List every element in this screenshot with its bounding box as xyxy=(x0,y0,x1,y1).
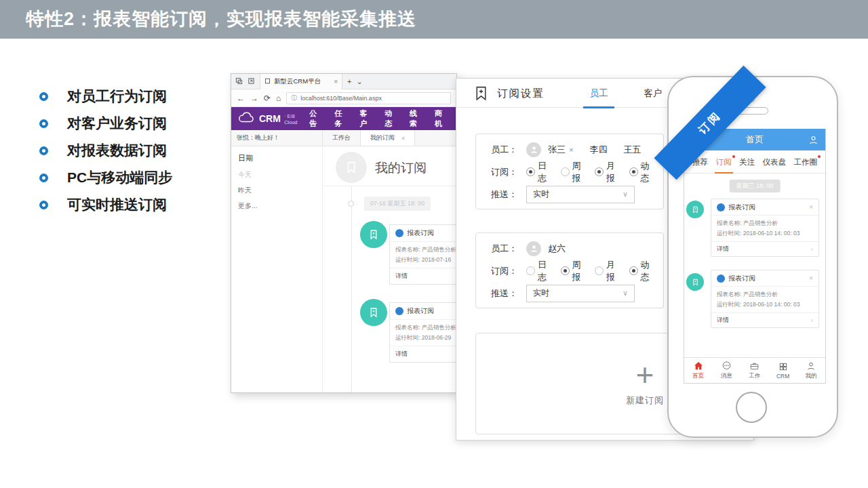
close-icon[interactable]: × xyxy=(809,274,813,282)
radio-icon[interactable] xyxy=(561,266,570,275)
nav-home[interactable]: 首页 xyxy=(684,358,713,383)
report-icon xyxy=(395,307,403,315)
push-label: 推送： xyxy=(491,287,526,300)
grid-icon xyxy=(778,362,788,371)
nav-me[interactable]: 我的 xyxy=(797,358,825,383)
contacts-icon[interactable] xyxy=(808,135,818,145)
greeting-text: 张悦：晚上好！ xyxy=(231,130,323,146)
radio-option-daily[interactable]: 日志 xyxy=(526,259,551,283)
tab-menu-icon[interactable]: ⌄ xyxy=(356,77,362,86)
bullet-icon xyxy=(39,92,48,101)
divider xyxy=(323,186,456,186)
tab-employee[interactable]: 员工 xyxy=(580,79,618,108)
detail-link[interactable]: 详情 › xyxy=(711,313,818,327)
chevron-right-icon: › xyxy=(811,317,813,324)
chat-icon xyxy=(722,361,732,371)
browser-tab-strip: 新型云CRM平台 × + ⌄ xyxy=(231,74,456,89)
detail-link[interactable]: 详情 › xyxy=(711,242,818,256)
nav-item-tasks[interactable]: 任务 xyxy=(334,108,349,129)
radio-option-monthly[interactable]: 月报 xyxy=(595,160,619,184)
radio-icon[interactable] xyxy=(526,167,535,176)
cloud-logo-icon xyxy=(238,112,254,125)
home-icon xyxy=(693,361,704,371)
report-name: 报表名称: 产品销售分析 xyxy=(395,323,457,333)
tab-customer[interactable]: 客户 xyxy=(634,79,672,108)
nav-work[interactable]: 工作 xyxy=(741,358,769,383)
nav-item-customers[interactable]: 客户 xyxy=(359,108,374,129)
tab-following[interactable]: 关注 xyxy=(739,150,755,174)
radio-icon[interactable] xyxy=(595,266,604,275)
subscription-badge-icon xyxy=(360,221,387,248)
ribbon-label: 订阅 xyxy=(696,108,725,137)
radio-option-monthly[interactable]: 月报 xyxy=(595,259,619,283)
close-tab-icon[interactable]: × xyxy=(334,78,338,85)
nav-messages[interactable]: 消息 xyxy=(713,358,741,383)
subscription-card: 报表订阅 × 报表名称: 产品销售分析 运行时间: 2018-06-10 14:… xyxy=(711,199,819,257)
sidebar-item-today[interactable]: 今天 xyxy=(238,170,322,180)
employee-row: 员工： 张三 × 李四 王五 xyxy=(476,138,663,161)
bullet-icon xyxy=(39,201,48,209)
radio-icon[interactable] xyxy=(629,266,638,275)
bullet-item: 可实时推送订阅 xyxy=(39,191,172,218)
tab-workbench[interactable]: 工作台 xyxy=(323,130,360,146)
home-icon[interactable]: ⌂ xyxy=(276,94,281,103)
remove-employee-icon[interactable]: × xyxy=(569,146,573,154)
tab-my-subscriptions[interactable]: 我的订阅 × xyxy=(360,130,415,146)
nav-item-feed[interactable]: 动态 xyxy=(384,108,399,129)
radio-option-weekly[interactable]: 周报 xyxy=(561,259,585,283)
card-title: 报表订阅 xyxy=(407,228,434,238)
nav-item-leads[interactable]: 线索 xyxy=(410,108,425,129)
subscription-page-icon xyxy=(336,152,367,183)
sidebar-item-yesterday[interactable]: 昨天 xyxy=(238,186,322,195)
browser-tab[interactable]: 新型云CRM平台 × xyxy=(260,74,342,89)
nav-crm[interactable]: CRM xyxy=(769,358,797,383)
card-title: 报表订阅 xyxy=(728,274,755,283)
radio-option-dynamic[interactable]: 动态 xyxy=(629,160,654,184)
card-header: 报表订阅 × xyxy=(711,199,818,216)
phone-home-button[interactable] xyxy=(736,392,767,423)
radio-icon[interactable] xyxy=(526,266,535,275)
employee-chip: 王五 xyxy=(623,144,641,156)
briefcase-icon xyxy=(749,361,760,371)
info-icon: ⓘ xyxy=(291,94,297,102)
nav-item-announcement[interactable]: 公告 xyxy=(309,108,324,129)
radio-option-weekly[interactable]: 周报 xyxy=(561,160,585,184)
push-row: 推送： 实时 ∨ xyxy=(476,282,663,304)
chevron-down-icon: ∨ xyxy=(623,289,628,298)
tab-workcircle[interactable]: 工作圈 xyxy=(794,150,818,174)
detail-link[interactable]: 详情 xyxy=(390,346,457,362)
crm-main-area: 我的订阅 07-16 星期五 18: 00 报表订阅 报表名称: 产品销售分析 … xyxy=(323,147,456,392)
crm-top-nav: CRM · E/8 Cloud 公告 任务 客户 动态 线索 商机 xyxy=(231,107,456,130)
slide: 特性2：报表智能订阅，实现报表智能采集推送 对员工行为订阅 对客户业务订阅 对报… xyxy=(0,0,868,488)
bookmark-plus-icon xyxy=(473,85,490,104)
bullet-icon xyxy=(39,146,48,155)
forward-icon[interactable]: → xyxy=(250,94,258,103)
radio-icon[interactable] xyxy=(561,167,570,176)
radio-option-daily[interactable]: 日志 xyxy=(526,160,551,184)
bullet-text: 对员工行为订阅 xyxy=(67,87,167,106)
radio-icon[interactable] xyxy=(595,167,604,176)
bullet-item: PC与移动端同步 xyxy=(39,164,172,191)
sidebar-item-more[interactable]: 更多... xyxy=(238,201,322,211)
push-select[interactable]: 实时 ∨ xyxy=(526,186,635,203)
tab-subscription[interactable]: 订阅 xyxy=(716,150,732,174)
run-time: 运行时间: 2018-06-29 xyxy=(395,333,457,343)
close-icon[interactable]: × xyxy=(809,203,813,211)
address-bar[interactable]: ⓘ localhost:610/Base/Main.aspx xyxy=(286,92,451,104)
card-title: 报表订阅 xyxy=(728,203,755,212)
refresh-icon[interactable]: ⟳ xyxy=(264,94,271,103)
push-select[interactable]: 实时 ∨ xyxy=(526,285,635,302)
run-time: 运行时间: 2018-06-10 14: 00: 03 xyxy=(717,300,813,310)
back-icon[interactable]: ← xyxy=(237,94,245,103)
feature-bullet-list: 对员工行为订阅 对客户业务订阅 对报表数据订阅 PC与移动端同步 可实时推送订阅 xyxy=(39,83,172,218)
radio-option-dynamic[interactable]: 动态 xyxy=(629,259,654,283)
close-subtab-icon[interactable]: × xyxy=(401,135,405,142)
radio-icon[interactable] xyxy=(629,167,638,176)
tab-actions-icon[interactable] xyxy=(248,77,255,86)
detail-link[interactable]: 详情 xyxy=(390,268,457,284)
new-tab-button[interactable]: + xyxy=(347,77,351,85)
nav-item-opportunities[interactable]: 商机 xyxy=(435,108,450,129)
employee-chip: 张三 xyxy=(548,144,566,156)
tab-dashboard[interactable]: 仪表盘 xyxy=(763,150,787,174)
tabs-list-icon[interactable] xyxy=(235,77,243,86)
